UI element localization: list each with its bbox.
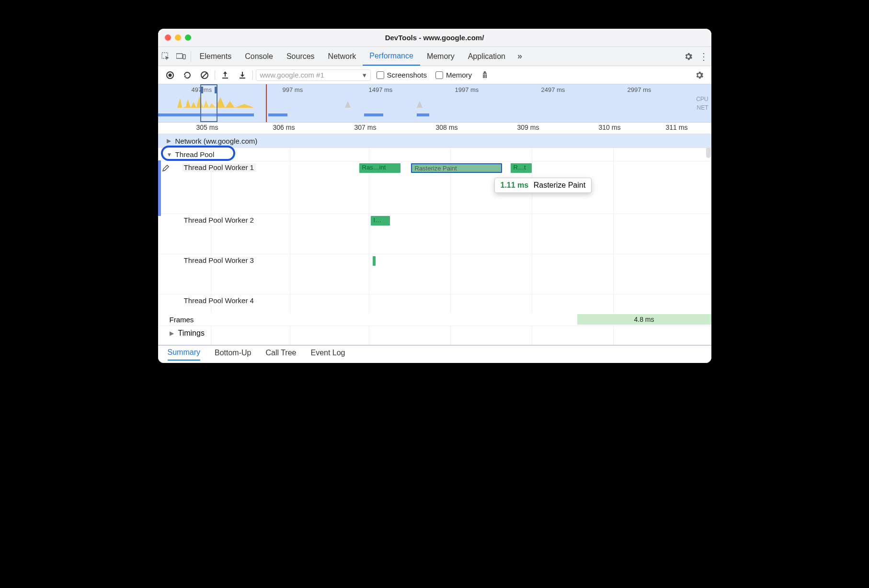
download-profile-icon[interactable] — [235, 71, 250, 79]
capture-settings-gear-icon[interactable] — [692, 70, 707, 80]
tab-bottom-up[interactable]: Bottom-Up — [215, 349, 251, 360]
devtools-window: DevTools - www.google.com/ Elements Cons… — [158, 29, 711, 363]
ruler-tick: 306 ms — [273, 124, 295, 131]
disclosure-right-icon: ▶ — [167, 137, 173, 144]
overview-tick: 1497 ms — [369, 86, 393, 93]
ruler-tick: 308 ms — [436, 124, 458, 131]
recording-selector-label: www.google.com #1 — [260, 71, 324, 79]
screenshots-label: Screenshots — [387, 71, 427, 79]
overview-tick: 2997 ms — [628, 86, 652, 93]
disclosure-right-icon: ▶ — [170, 330, 176, 337]
more-tabs-icon[interactable]: » — [512, 49, 527, 64]
flame-chart-area[interactable]: ▶ Network (ww.google.com) ▼ Thread Pool … — [158, 134, 711, 345]
svg-rect-10 — [483, 73, 487, 74]
overview-marker — [266, 84, 267, 122]
memory-checkbox[interactable]: Memory — [433, 71, 475, 79]
overview-net-bar — [268, 113, 287, 116]
frame-duration: 4.8 ms — [634, 316, 654, 323]
checkbox-icon — [377, 71, 384, 79]
ruler-tick: 309 ms — [517, 124, 539, 131]
tab-call-tree[interactable]: Call Tree — [265, 349, 296, 360]
network-track-label: Network (ww.google.com) — [175, 137, 258, 145]
svg-rect-9 — [484, 71, 486, 73]
titlebar: DevTools - www.google.com/ — [158, 29, 711, 47]
timeline-overview[interactable]: 497 ms 997 ms 1497 ms 1997 ms 2497 ms 29… — [158, 84, 711, 123]
upload-profile-icon[interactable] — [218, 71, 232, 79]
frames-track[interactable]: Frames 4.8 ms — [158, 313, 711, 326]
chevron-down-icon: ▾ — [363, 71, 366, 79]
tab-sources[interactable]: Sources — [280, 47, 321, 66]
svg-rect-8 — [240, 78, 245, 79]
svg-point-4 — [168, 73, 172, 77]
tab-summary[interactable]: Summary — [168, 348, 200, 361]
thread-worker-4-row[interactable]: Thread Pool Worker 4 — [158, 294, 711, 313]
overview-cpu-activity — [417, 94, 426, 108]
tooltip-name: Rasterize Paint — [534, 181, 586, 189]
thread-label: Thread Pool Worker 1 — [182, 163, 256, 171]
flame-event[interactable]: Ras…int — [359, 163, 400, 173]
svg-rect-7 — [222, 78, 228, 79]
overview-side-labels: CPU NET — [696, 95, 708, 112]
track-select-stripe — [158, 160, 161, 216]
thread-label: Thread Pool Worker 3 — [182, 256, 256, 264]
overview-tick: 1997 ms — [455, 86, 479, 93]
overview-net-bar — [364, 113, 383, 116]
screenshots-checkbox[interactable]: Screenshots — [374, 71, 430, 79]
ruler-tick: 305 ms — [196, 124, 218, 131]
tab-memory[interactable]: Memory — [420, 47, 461, 66]
thread-label: Thread Pool Worker 4 — [182, 296, 256, 305]
timings-label: Timings — [178, 329, 205, 338]
thread-worker-3-row[interactable]: Thread Pool Worker 3 — [158, 254, 711, 294]
ruler-tick: 311 ms — [666, 124, 688, 131]
tooltip-duration: 1.11 ms — [501, 181, 529, 189]
tab-application[interactable]: Application — [461, 47, 512, 66]
reload-record-icon[interactable] — [180, 71, 194, 79]
garbage-collect-icon[interactable] — [478, 70, 492, 80]
svg-line-6 — [202, 73, 207, 78]
event-tooltip: 1.11 ms Rasterize Paint — [494, 178, 592, 193]
overview-tick: 997 ms — [283, 86, 303, 93]
details-tabs: Summary Bottom-Up Call Tree Event Log — [158, 345, 711, 363]
flame-event[interactable]: R…t — [511, 163, 532, 173]
tab-performance[interactable]: Performance — [363, 47, 420, 66]
checkbox-icon — [435, 71, 443, 79]
kebab-menu-icon[interactable]: ⋮ — [696, 49, 711, 64]
overview-cpu-activity — [345, 94, 354, 108]
tab-elements[interactable]: Elements — [193, 47, 239, 66]
recording-selector[interactable]: www.google.com #1 ▾ — [256, 69, 371, 81]
edit-icon[interactable] — [162, 164, 170, 172]
settings-gear-icon[interactable] — [681, 49, 696, 64]
timeline-ruler[interactable]: 305 ms 306 ms 307 ms 308 ms 309 ms 310 m… — [158, 123, 711, 134]
svg-rect-2 — [183, 55, 185, 59]
flame-event[interactable] — [373, 256, 376, 266]
overview-tick: 2497 ms — [541, 86, 565, 93]
frames-label: Frames — [170, 316, 194, 324]
timings-track-header[interactable]: ▶ Timings — [158, 326, 711, 340]
threadpool-track-header[interactable]: ▼ Thread Pool — [158, 147, 711, 161]
flame-event[interactable]: I… — [371, 216, 390, 226]
annotation-highlight — [161, 146, 235, 161]
thread-worker-1-row[interactable]: Thread Pool Worker 1 Ras…int Rasterize P… — [158, 161, 711, 214]
clear-icon[interactable] — [197, 71, 212, 79]
network-track-header[interactable]: ▶ Network (ww.google.com) — [158, 134, 711, 147]
thread-worker-2-row[interactable]: Thread Pool Worker 2 I… — [158, 214, 711, 254]
memory-label: Memory — [446, 71, 472, 79]
frame-bar[interactable]: 4.8 ms — [577, 314, 711, 325]
ruler-tick: 310 ms — [599, 124, 621, 131]
panel-tabs: Elements Console Sources Network Perform… — [158, 47, 711, 66]
ruler-tick: 307 ms — [354, 124, 377, 131]
tab-event-log[interactable]: Event Log — [310, 349, 345, 360]
svg-rect-1 — [176, 54, 183, 58]
overview-net-bar — [417, 113, 429, 116]
performance-toolbar: www.google.com #1 ▾ Screenshots Memory — [158, 66, 711, 84]
overview-range-handle[interactable] — [200, 84, 217, 122]
window-title: DevTools - www.google.com/ — [158, 34, 711, 42]
overview-cpu-activity — [177, 93, 263, 108]
tab-network[interactable]: Network — [321, 47, 363, 66]
thread-label: Thread Pool Worker 2 — [182, 216, 256, 224]
record-button-icon[interactable] — [163, 71, 177, 79]
tab-console[interactable]: Console — [238, 47, 280, 66]
inspect-element-icon[interactable] — [158, 49, 173, 64]
flame-event-selected[interactable]: Rasterize Paint — [411, 163, 502, 173]
device-toolbar-icon[interactable] — [173, 49, 189, 64]
